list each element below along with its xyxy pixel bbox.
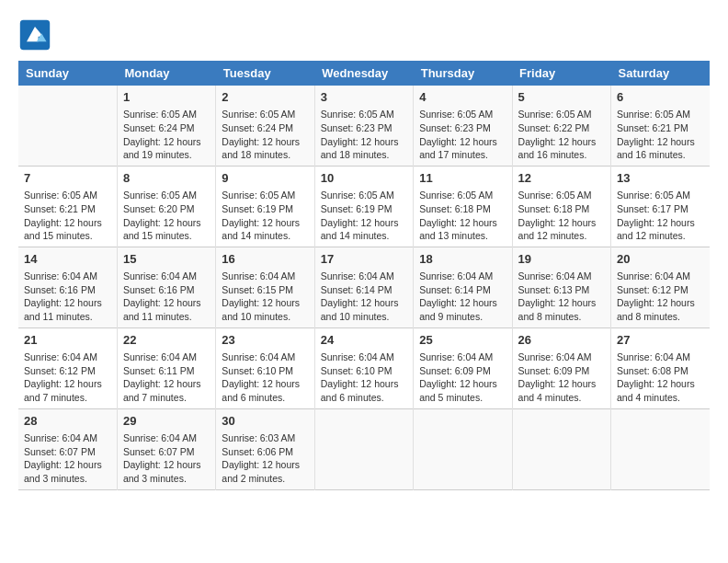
day-number: 18 <box>419 251 506 268</box>
day-info: Sunrise: 6:05 AM Sunset: 6:19 PM Dayligh… <box>321 189 407 243</box>
calendar-cell: 14Sunrise: 6:04 AM Sunset: 6:16 PM Dayli… <box>18 247 117 327</box>
calendar-cell: 5Sunrise: 6:05 AM Sunset: 6:22 PM Daylig… <box>512 86 610 166</box>
day-number: 15 <box>123 251 210 268</box>
col-header-sunday: Sunday <box>18 61 117 86</box>
day-number: 22 <box>123 332 210 349</box>
day-info: Sunrise: 6:03 AM Sunset: 6:06 PM Dayligh… <box>222 431 308 486</box>
day-number: 23 <box>222 332 308 349</box>
day-info: Sunrise: 6:05 AM Sunset: 6:21 PM Dayligh… <box>617 108 704 162</box>
day-number: 21 <box>24 332 111 349</box>
calendar-cell: 2Sunrise: 6:05 AM Sunset: 6:24 PM Daylig… <box>216 86 314 166</box>
day-number: 4 <box>419 89 506 106</box>
calendar-cell: 9Sunrise: 6:05 AM Sunset: 6:19 PM Daylig… <box>216 166 314 247</box>
day-number: 6 <box>617 89 704 106</box>
day-info: Sunrise: 6:05 AM Sunset: 6:24 PM Dayligh… <box>222 108 308 162</box>
calendar-cell: 25Sunrise: 6:04 AM Sunset: 6:09 PM Dayli… <box>414 327 512 408</box>
calendar-cell: 16Sunrise: 6:04 AM Sunset: 6:15 PM Dayli… <box>216 247 314 327</box>
day-number: 20 <box>617 251 704 268</box>
calendar-cell <box>512 408 610 489</box>
day-info: Sunrise: 6:05 AM Sunset: 6:17 PM Dayligh… <box>617 189 704 243</box>
col-header-monday: Monday <box>117 61 215 86</box>
calendar-cell <box>611 408 710 489</box>
day-info: Sunrise: 6:04 AM Sunset: 6:09 PM Dayligh… <box>518 350 605 405</box>
day-info: Sunrise: 6:04 AM Sunset: 6:14 PM Dayligh… <box>321 270 407 324</box>
day-info: Sunrise: 6:04 AM Sunset: 6:16 PM Dayligh… <box>24 270 111 324</box>
day-info: Sunrise: 6:04 AM Sunset: 6:15 PM Dayligh… <box>222 270 308 324</box>
calendar-table: SundayMondayTuesdayWednesdayThursdayFrid… <box>18 61 710 490</box>
day-number: 30 <box>222 413 308 430</box>
calendar-cell <box>414 408 512 489</box>
calendar-cell: 28Sunrise: 6:04 AM Sunset: 6:07 PM Dayli… <box>18 408 117 489</box>
calendar-cell: 18Sunrise: 6:04 AM Sunset: 6:14 PM Dayli… <box>414 247 512 327</box>
calendar-cell <box>18 86 117 166</box>
day-number: 1 <box>123 89 210 106</box>
day-number: 26 <box>518 332 605 349</box>
day-info: Sunrise: 6:04 AM Sunset: 6:16 PM Dayligh… <box>123 270 210 324</box>
calendar-cell: 17Sunrise: 6:04 AM Sunset: 6:14 PM Dayli… <box>314 247 413 327</box>
day-info: Sunrise: 6:04 AM Sunset: 6:14 PM Dayligh… <box>419 270 506 324</box>
week-row-3: 14Sunrise: 6:04 AM Sunset: 6:16 PM Dayli… <box>18 247 710 327</box>
page-header <box>18 18 710 52</box>
day-info: Sunrise: 6:04 AM Sunset: 6:10 PM Dayligh… <box>222 350 308 405</box>
day-info: Sunrise: 6:05 AM Sunset: 6:18 PM Dayligh… <box>419 189 506 243</box>
day-number: 24 <box>321 332 407 349</box>
day-number: 19 <box>518 251 605 268</box>
calendar-cell: 6Sunrise: 6:05 AM Sunset: 6:21 PM Daylig… <box>611 86 710 166</box>
logo <box>18 18 55 52</box>
day-number: 7 <box>24 170 111 187</box>
day-number: 10 <box>321 170 407 187</box>
calendar-cell: 26Sunrise: 6:04 AM Sunset: 6:09 PM Dayli… <box>512 327 610 408</box>
calendar-cell: 24Sunrise: 6:04 AM Sunset: 6:10 PM Dayli… <box>314 327 413 408</box>
header-row: SundayMondayTuesdayWednesdayThursdayFrid… <box>18 61 710 86</box>
day-info: Sunrise: 6:04 AM Sunset: 6:12 PM Dayligh… <box>24 350 111 405</box>
day-number: 28 <box>24 413 111 430</box>
day-number: 5 <box>518 89 605 106</box>
calendar-cell: 3Sunrise: 6:05 AM Sunset: 6:23 PM Daylig… <box>314 86 413 166</box>
calendar-cell: 22Sunrise: 6:04 AM Sunset: 6:11 PM Dayli… <box>117 327 215 408</box>
calendar-cell: 1Sunrise: 6:05 AM Sunset: 6:24 PM Daylig… <box>117 86 215 166</box>
day-number: 12 <box>518 170 605 187</box>
day-info: Sunrise: 6:05 AM Sunset: 6:19 PM Dayligh… <box>222 189 308 243</box>
day-info: Sunrise: 6:04 AM Sunset: 6:13 PM Dayligh… <box>518 270 605 324</box>
day-number: 9 <box>222 170 308 187</box>
day-info: Sunrise: 6:04 AM Sunset: 6:11 PM Dayligh… <box>123 350 210 405</box>
calendar-cell: 15Sunrise: 6:04 AM Sunset: 6:16 PM Dayli… <box>117 247 215 327</box>
col-header-saturday: Saturday <box>611 61 710 86</box>
day-info: Sunrise: 6:05 AM Sunset: 6:23 PM Dayligh… <box>419 108 506 162</box>
day-info: Sunrise: 6:04 AM Sunset: 6:10 PM Dayligh… <box>321 350 407 405</box>
calendar-cell: 23Sunrise: 6:04 AM Sunset: 6:10 PM Dayli… <box>216 327 314 408</box>
day-info: Sunrise: 6:04 AM Sunset: 6:07 PM Dayligh… <box>123 431 210 486</box>
logo-icon <box>18 18 51 52</box>
week-row-5: 28Sunrise: 6:04 AM Sunset: 6:07 PM Dayli… <box>18 408 710 489</box>
day-number: 17 <box>321 251 407 268</box>
col-header-wednesday: Wednesday <box>314 61 413 86</box>
calendar-cell: 30Sunrise: 6:03 AM Sunset: 6:06 PM Dayli… <box>216 408 314 489</box>
col-header-friday: Friday <box>512 61 610 86</box>
day-number: 27 <box>617 332 704 349</box>
calendar-cell: 27Sunrise: 6:04 AM Sunset: 6:08 PM Dayli… <box>611 327 710 408</box>
calendar-cell: 19Sunrise: 6:04 AM Sunset: 6:13 PM Dayli… <box>512 247 610 327</box>
day-number: 25 <box>419 332 506 349</box>
day-info: Sunrise: 6:05 AM Sunset: 6:24 PM Dayligh… <box>123 108 210 162</box>
day-info: Sunrise: 6:05 AM Sunset: 6:21 PM Dayligh… <box>24 189 111 243</box>
day-info: Sunrise: 6:04 AM Sunset: 6:08 PM Dayligh… <box>617 350 704 405</box>
week-row-1: 1Sunrise: 6:05 AM Sunset: 6:24 PM Daylig… <box>18 86 710 166</box>
calendar-cell: 7Sunrise: 6:05 AM Sunset: 6:21 PM Daylig… <box>18 166 117 247</box>
calendar-cell: 21Sunrise: 6:04 AM Sunset: 6:12 PM Dayli… <box>18 327 117 408</box>
calendar-cell: 20Sunrise: 6:04 AM Sunset: 6:12 PM Dayli… <box>611 247 710 327</box>
col-header-thursday: Thursday <box>414 61 512 86</box>
day-info: Sunrise: 6:04 AM Sunset: 6:07 PM Dayligh… <box>24 431 111 486</box>
day-number: 11 <box>419 170 506 187</box>
day-info: Sunrise: 6:05 AM Sunset: 6:18 PM Dayligh… <box>518 189 605 243</box>
week-row-2: 7Sunrise: 6:05 AM Sunset: 6:21 PM Daylig… <box>18 166 710 247</box>
calendar-cell: 12Sunrise: 6:05 AM Sunset: 6:18 PM Dayli… <box>512 166 610 247</box>
calendar-cell: 13Sunrise: 6:05 AM Sunset: 6:17 PM Dayli… <box>611 166 710 247</box>
week-row-4: 21Sunrise: 6:04 AM Sunset: 6:12 PM Dayli… <box>18 327 710 408</box>
calendar-cell: 10Sunrise: 6:05 AM Sunset: 6:19 PM Dayli… <box>314 166 413 247</box>
day-number: 13 <box>617 170 704 187</box>
day-number: 14 <box>24 251 111 268</box>
day-info: Sunrise: 6:05 AM Sunset: 6:20 PM Dayligh… <box>123 189 210 243</box>
day-info: Sunrise: 6:04 AM Sunset: 6:09 PM Dayligh… <box>419 350 506 405</box>
day-info: Sunrise: 6:05 AM Sunset: 6:22 PM Dayligh… <box>518 108 605 162</box>
col-header-tuesday: Tuesday <box>216 61 314 86</box>
